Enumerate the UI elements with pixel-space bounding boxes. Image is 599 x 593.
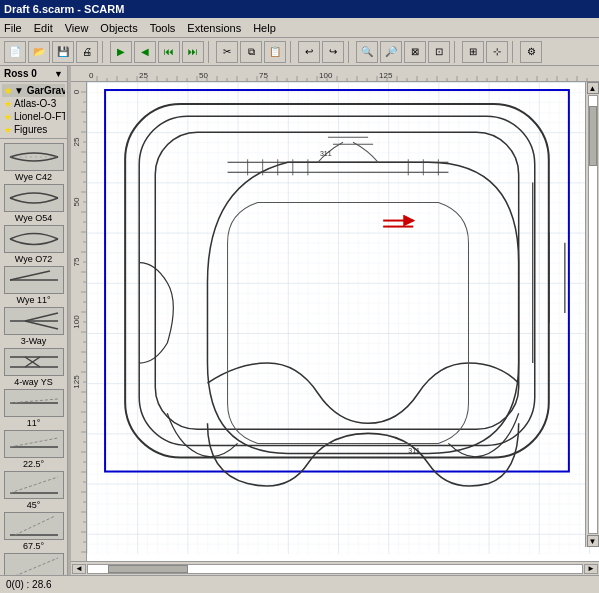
menu-objects[interactable]: Objects xyxy=(100,22,137,34)
menu-extensions[interactable]: Extensions xyxy=(187,22,241,34)
wye-o54-label[interactable]: Wye O54 xyxy=(2,213,65,223)
new-button[interactable]: 📄 xyxy=(4,41,26,63)
sep3 xyxy=(290,41,294,63)
status-coords: 0(0) : 28.6 xyxy=(6,579,52,590)
svg-line-19 xyxy=(15,558,58,575)
wye-c42-label[interactable]: Wye C42 xyxy=(2,172,65,182)
star-icon: ★ xyxy=(4,112,12,122)
3way-label[interactable]: 3-Way xyxy=(2,336,65,346)
atlas-category[interactable]: ★ Atlas-O-3 xyxy=(2,97,65,110)
4way-label[interactable]: 4-way YS xyxy=(2,377,65,387)
drawing-canvas[interactable]: 311 311 ▲ ▼ xyxy=(87,82,599,561)
hscroll-left-button[interactable]: ◄ xyxy=(72,564,86,574)
svg-line-4 xyxy=(25,313,58,321)
zoom-in-button[interactable]: 🔍 xyxy=(356,41,378,63)
wye-o72-label[interactable]: Wye O72 xyxy=(2,254,65,264)
canvas-container: 0 25 50 75 100 125 xyxy=(71,82,599,561)
22deg-icon xyxy=(4,430,64,458)
sep5 xyxy=(454,41,458,63)
svg-text:311: 311 xyxy=(408,447,420,454)
ruler-left-svg: 0 25 50 75 100 125 xyxy=(71,82,87,561)
svg-text:311: 311 xyxy=(320,150,332,157)
scissors-button[interactable]: ✂ xyxy=(216,41,238,63)
favorites-section: ★ ▼ GarGraves-O ★ Atlas-O-3 ★ Lionel-O-F… xyxy=(0,82,67,139)
wye-11-icon xyxy=(4,266,64,294)
svg-line-13 xyxy=(10,438,58,447)
play-button[interactable]: ▶ xyxy=(110,41,132,63)
zoom-out-button[interactable]: 🔎 xyxy=(380,41,402,63)
menu-view[interactable]: View xyxy=(65,22,89,34)
svg-text:125: 125 xyxy=(72,375,81,389)
svg-text:0: 0 xyxy=(89,71,94,80)
print-button[interactable]: 🖨 xyxy=(76,41,98,63)
11deg-label[interactable]: 11° xyxy=(2,418,65,428)
app-title: Draft 6.scarm - SCARM xyxy=(4,3,124,15)
45deg-icon xyxy=(4,471,64,499)
zoom-fit-button[interactable]: ⊠ xyxy=(404,41,426,63)
wye-o72-icon xyxy=(4,225,64,253)
star-icon: ★ xyxy=(4,125,12,135)
675deg-icon xyxy=(4,512,64,540)
45deg-label[interactable]: 45° xyxy=(2,500,65,510)
step-fwd-button[interactable]: ⏭ xyxy=(182,41,204,63)
hscroll-track[interactable] xyxy=(87,564,583,574)
22deg-label[interactable]: 22.5° xyxy=(2,459,65,469)
svg-text:125: 125 xyxy=(379,71,393,80)
vscroll-track[interactable] xyxy=(588,95,598,534)
wye-o54-icon xyxy=(4,184,64,212)
library-name: Ross 0 xyxy=(4,68,37,79)
3way-icon xyxy=(4,307,64,335)
hscroll-thumb[interactable] xyxy=(108,565,188,573)
vscroll-up-button[interactable]: ▲ xyxy=(587,82,599,94)
sep6 xyxy=(512,41,516,63)
svg-text:100: 100 xyxy=(72,315,81,329)
step-back-button[interactable]: ⏮ xyxy=(158,41,180,63)
hscroll-right-button[interactable]: ► xyxy=(584,564,598,574)
copy-button[interactable]: ⧉ xyxy=(240,41,262,63)
layers-button[interactable]: ⊞ xyxy=(462,41,484,63)
settings-button[interactable]: ⚙ xyxy=(520,41,542,63)
atlas-label: Atlas-O-3 xyxy=(14,98,56,109)
zoom-sel-button[interactable]: ⊡ xyxy=(428,41,450,63)
open-button[interactable]: 📂 xyxy=(28,41,50,63)
svg-line-17 xyxy=(15,516,55,535)
svg-rect-154 xyxy=(87,82,599,554)
wye-c42-icon xyxy=(4,143,64,171)
svg-text:50: 50 xyxy=(72,197,81,206)
675deg-label[interactable]: 67.5° xyxy=(2,541,65,551)
save-button[interactable]: 💾 xyxy=(52,41,74,63)
sep2 xyxy=(208,41,212,63)
menu-file[interactable]: File xyxy=(4,22,22,34)
svg-line-15 xyxy=(10,477,58,493)
sep1 xyxy=(102,41,106,63)
snap-button[interactable]: ⊹ xyxy=(486,41,508,63)
svg-line-2 xyxy=(10,271,50,280)
vscrollbar[interactable]: ▲ ▼ xyxy=(585,82,599,547)
svg-text:0: 0 xyxy=(72,89,81,94)
wye-11-label[interactable]: Wye 11° xyxy=(2,295,65,305)
figures-category[interactable]: ★ Figures xyxy=(2,123,65,136)
figures-label: Figures xyxy=(14,124,47,135)
svg-text:100: 100 xyxy=(319,71,333,80)
play-back-button[interactable]: ◀ xyxy=(134,41,156,63)
status-bar: 0(0) : 28.6 xyxy=(0,575,599,593)
library-dropdown-icon[interactable]: ▼ xyxy=(54,69,63,79)
main-area: Ross 0 ▼ ★ ▼ GarGraves-O ★ Atlas-O-3 ★ L… xyxy=(0,66,599,575)
ruler-left: 0 25 50 75 100 125 xyxy=(71,82,87,561)
redo-button[interactable]: ↪ xyxy=(322,41,344,63)
track-items-section: Wye C42 Wye O54 Wye O72 Wye 11° xyxy=(0,139,67,575)
canvas-area: 0 25 50 75 100 125 xyxy=(71,66,599,575)
undo-button[interactable]: ↩ xyxy=(298,41,320,63)
vscroll-thumb[interactable] xyxy=(589,106,597,166)
menu-help[interactable]: Help xyxy=(253,22,276,34)
vscroll-down-button[interactable]: ▼ xyxy=(587,535,599,547)
track-layout-svg: 311 311 xyxy=(87,82,599,561)
star-icon: ★ xyxy=(4,86,12,96)
paste-button[interactable]: 📋 xyxy=(264,41,286,63)
gargraves-category[interactable]: ★ ▼ GarGraves-O xyxy=(2,84,65,97)
lionel-category[interactable]: ★ Lionel-O-FT xyxy=(2,110,65,123)
ruler-top-svg: 0 25 50 75 100 125 xyxy=(87,66,599,82)
menu-edit[interactable]: Edit xyxy=(34,22,53,34)
80deg-icon xyxy=(4,553,64,575)
menu-tools[interactable]: Tools xyxy=(150,22,176,34)
